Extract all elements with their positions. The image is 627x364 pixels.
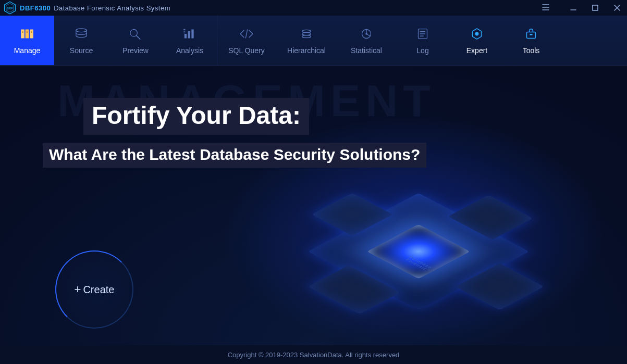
minimize-button[interactable] (569, 3, 578, 12)
tab-preview[interactable]: Preview (108, 16, 163, 65)
svg-rect-4 (21, 29, 24, 38)
tab-label: Hierarchical (287, 46, 326, 55)
tab-expert[interactable]: Expert (450, 16, 504, 65)
window-title: DBF6300Database Forensic Analysis System (20, 4, 170, 12)
svg-point-15 (302, 30, 311, 32)
expert-icon (468, 27, 486, 41)
preview-icon (127, 27, 144, 41)
svg-point-22 (475, 32, 479, 35)
main-panel: MANAGEMENT Fortify Your Data: What Are t… (0, 66, 627, 345)
titlebar: DBF DBF6300Database Forensic Analysis Sy… (0, 0, 627, 16)
tab-label: Statistical (351, 46, 382, 55)
copyright-text: Copyright © 2019-2023 SalvationData. All… (228, 351, 400, 359)
svg-point-10 (76, 28, 87, 32)
manage-icon (18, 27, 36, 41)
source-icon (72, 27, 90, 41)
hierarchical-icon (298, 27, 315, 41)
tab-label: Log (416, 46, 428, 55)
toolbar-left-group: Manage Source Preview Analysis (0, 16, 217, 65)
sql-icon (238, 27, 255, 41)
svg-rect-13 (188, 31, 190, 38)
svg-rect-23 (527, 32, 536, 38)
tab-label: Manage (14, 46, 41, 55)
log-icon (414, 27, 432, 41)
tools-icon (522, 27, 540, 41)
create-button[interactable]: +Create (55, 250, 133, 329)
menu-icon[interactable] (542, 3, 550, 13)
tab-label: Expert (466, 46, 487, 55)
toolbar-right-group: SQL Query Hierarchical Statistical Log E (217, 16, 627, 65)
svg-rect-12 (185, 34, 187, 39)
main-toolbar: Manage Source Preview Analysis (0, 16, 627, 66)
tab-manage[interactable]: Manage (0, 16, 54, 65)
tab-label: Preview (122, 46, 149, 55)
svg-point-8 (27, 31, 28, 33)
analysis-icon (181, 27, 199, 41)
svg-rect-6 (30, 29, 33, 38)
statistical-icon (358, 27, 375, 41)
svg-point-19 (365, 33, 367, 34)
tab-tools[interactable]: Tools (504, 16, 558, 65)
svg-point-7 (22, 31, 23, 33)
tab-label: Tools (523, 46, 540, 55)
svg-rect-3 (593, 5, 598, 10)
hero-illustration: Database Forensic (241, 153, 596, 345)
svg-text:DBF: DBF (7, 7, 13, 10)
close-button[interactable] (612, 3, 622, 12)
svg-rect-5 (26, 29, 29, 38)
svg-rect-24 (530, 34, 532, 35)
plus-icon: + (75, 284, 81, 295)
headline-primary: Fortify Your Data: (83, 98, 309, 135)
product-name: Database Forensic Analysis System (54, 4, 170, 12)
tab-sqlquery[interactable]: SQL Query (217, 16, 276, 65)
tab-label: SQL Query (228, 46, 265, 55)
svg-point-16 (302, 32, 311, 35)
tab-label: Source (70, 46, 93, 55)
create-label: Create (83, 284, 114, 296)
tab-statistical[interactable]: Statistical (337, 16, 396, 65)
svg-point-17 (302, 35, 311, 37)
tab-label: Analysis (176, 46, 203, 55)
footer: Copyright © 2019-2023 SalvationData. All… (0, 345, 627, 364)
tab-analysis[interactable]: Analysis (163, 16, 217, 65)
tab-hierarchical[interactable]: Hierarchical (276, 16, 337, 65)
tab-log[interactable]: Log (396, 16, 450, 65)
svg-rect-14 (191, 29, 193, 38)
window-controls (569, 3, 622, 12)
product-code: DBF6300 (20, 4, 51, 12)
app-logo: DBF (3, 1, 17, 15)
maximize-button[interactable] (591, 3, 600, 12)
tab-source[interactable]: Source (54, 16, 108, 65)
svg-point-9 (31, 31, 32, 33)
